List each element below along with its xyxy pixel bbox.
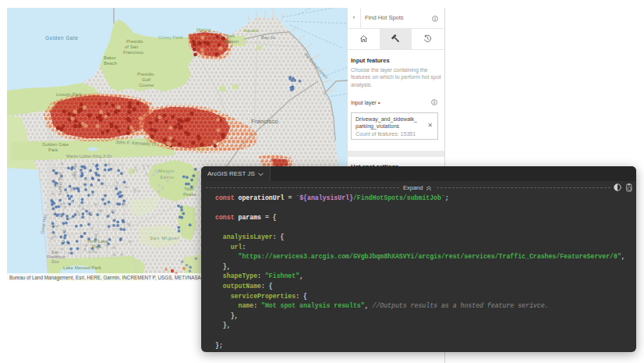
svg-text:Lake Merced Park: Lake Merced Park xyxy=(63,265,102,270)
svg-text:19th Ave: 19th Ave xyxy=(73,163,77,180)
svg-text:Fort: Fort xyxy=(226,34,235,38)
svg-text:Golden Gate: Golden Gate xyxy=(45,35,78,41)
svg-text:Presidio: Presidio xyxy=(126,39,143,44)
svg-text:Francisco: Francisco xyxy=(123,50,144,55)
svg-text:Mason: Mason xyxy=(225,39,239,44)
svg-text:Presidio: Presidio xyxy=(137,72,154,77)
svg-text:Crissy Field: Crissy Field xyxy=(158,35,182,40)
svg-text:Park: Park xyxy=(92,244,102,249)
svg-text:Aquatic: Aquatic xyxy=(243,28,259,33)
svg-text:Beach: Beach xyxy=(104,61,117,66)
svg-text:San Miguel: San Miguel xyxy=(150,236,179,240)
svg-text:Bay St: Bay St xyxy=(261,35,275,40)
svg-text:Zoo: Zoo xyxy=(51,259,58,264)
svg-text:of San: of San xyxy=(125,44,138,49)
svg-text:Mount: Mount xyxy=(158,169,175,173)
svg-text:Sunset Blvd: Sunset Blvd xyxy=(58,173,62,195)
svg-text:Course: Course xyxy=(139,83,154,87)
svg-text:Golden Gate: Golden Gate xyxy=(42,142,69,147)
svg-text:Park: Park xyxy=(48,148,58,152)
svg-text:Peaks: Peaks xyxy=(183,192,196,197)
svg-text:Lincoln Park: Lincoln Park xyxy=(56,92,83,97)
svg-text:Bureau of Land Management, Esr: Bureau of Land Management, Esri, HERE, G… xyxy=(9,275,203,281)
svg-text:Twin: Twin xyxy=(184,187,193,191)
svg-text:Marina: Marina xyxy=(196,27,211,32)
svg-text:Martin Luther King Jr Dr: Martin Luther King Jr Dr xyxy=(66,154,112,158)
svg-text:Golf: Golf xyxy=(142,77,150,82)
svg-text:Sutro: Sutro xyxy=(160,175,174,180)
svg-text:Baker: Baker xyxy=(104,55,116,60)
svg-text:Pine Lake: Pine Lake xyxy=(87,239,108,244)
svg-text:Francisco: Francisco xyxy=(251,118,278,125)
